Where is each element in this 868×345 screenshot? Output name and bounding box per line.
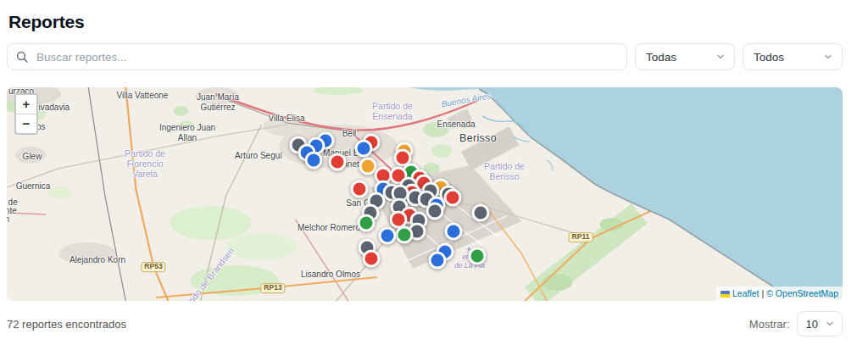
results-footer: 72 reportes encontrados Mostrar: 10: [7, 311, 843, 337]
page-size-label: Mostrar:: [749, 318, 790, 331]
zoom-in-button[interactable]: +: [16, 95, 36, 114]
report-marker-blue[interactable]: [445, 223, 463, 241]
report-marker-red[interactable]: [444, 189, 462, 207]
report-marker-blue[interactable]: [355, 140, 373, 158]
page-size-wrap: Mostrar: 10: [749, 311, 843, 337]
report-marker-gray[interactable]: [426, 203, 444, 220]
leaflet-link[interactable]: Leaflet: [732, 288, 760, 299]
attribution-separator: |: [761, 288, 764, 299]
map-attribution: Leaflet | © OpenStreetMap: [716, 287, 843, 301]
page-title: Reportes: [8, 12, 843, 32]
status-filter-value: Todos: [754, 51, 784, 64]
chevron-down-icon: [715, 52, 726, 62]
report-marker-red[interactable]: [329, 153, 347, 171]
status-filter-select[interactable]: Todos: [743, 43, 843, 70]
report-marker-red[interactable]: [363, 250, 381, 268]
page-size-value: 10: [806, 318, 818, 331]
reports-page: Reportes Todas Todos: [0, 12, 868, 337]
openstreetmap-link[interactable]: © OpenStreetMap: [766, 288, 838, 299]
report-marker-green[interactable]: [469, 248, 487, 265]
category-filter-value: Todas: [646, 51, 676, 64]
report-marker-blue[interactable]: [379, 227, 397, 245]
filters-row: Todas Todos: [7, 43, 843, 70]
chevron-down-icon: [825, 319, 835, 329]
report-marker-blue[interactable]: [305, 152, 323, 170]
report-marker-green[interactable]: [358, 214, 376, 232]
category-filter-select[interactable]: Todas: [635, 43, 735, 70]
search-icon: [16, 51, 28, 63]
ukraine-flag-icon: [721, 291, 730, 298]
chevron-down-icon: [823, 52, 833, 62]
map-zoom-control: + −: [14, 93, 38, 135]
report-marker-green[interactable]: [396, 226, 414, 244]
map-canvas[interactable]: urzacoVilla VatteoneJuan María Gutiérrez…: [7, 87, 843, 301]
search-box[interactable]: [7, 43, 627, 70]
search-input[interactable]: [35, 50, 618, 64]
report-marker-blue[interactable]: [429, 252, 447, 270]
results-count: 72 reportes encontrados: [7, 318, 126, 331]
report-marker-red[interactable]: [351, 181, 369, 198]
page-size-select[interactable]: 10: [797, 311, 843, 337]
zoom-out-button[interactable]: −: [16, 114, 36, 133]
report-marker-gray[interactable]: [472, 204, 490, 222]
